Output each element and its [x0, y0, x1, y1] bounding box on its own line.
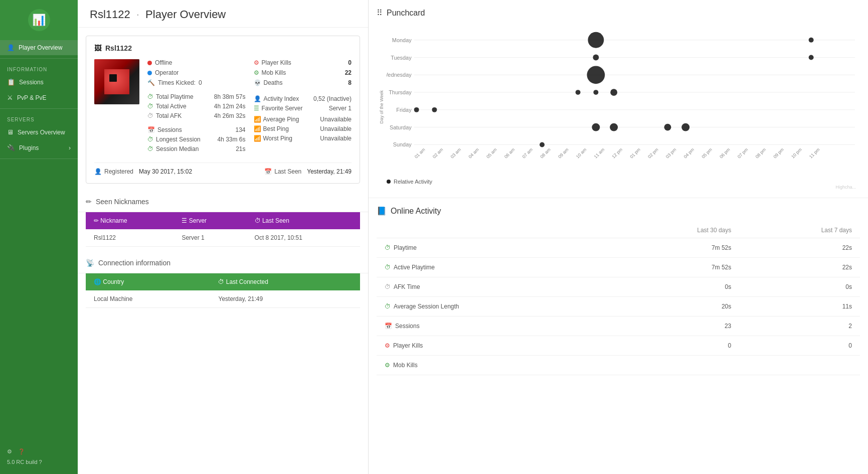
legend-dot [387, 180, 391, 184]
sidebar-item-player-overview[interactable]: 👤 Player Overview [0, 40, 78, 55]
time-stats: ⏱ Total Playtime 8h 38m 57s ⏱ Total Acti… [147, 93, 246, 119]
svg-text:05 am: 05 am [485, 147, 498, 160]
punchcard-title: ⠿ Punchcard [377, 8, 860, 18]
kicks-value: 0 [199, 79, 202, 86]
svg-text:Thursday: Thursday [389, 89, 412, 95]
player-kills-icon: ⚙ [254, 59, 259, 66]
svg-text:06 pm: 06 pm [719, 147, 731, 160]
player-card-username: Rsl1122 [105, 44, 132, 52]
status-row: Offline [147, 59, 246, 66]
player-kills-value: 0 [348, 59, 352, 66]
country-cell: Local Machine [86, 290, 210, 308]
sidebar-item-servers-overview[interactable]: 🖥 Servers Overview [0, 124, 78, 140]
longest-session-value: 4h 33m 6s [217, 136, 245, 143]
sidebar-divider-2 [0, 108, 78, 109]
sidebar-item-plugins[interactable]: 🔌 Plugins › [0, 140, 78, 155]
server-cell: Server 1 [173, 229, 246, 247]
svg-point-41 [587, 66, 605, 84]
punchcard-label: Punchcard [387, 9, 425, 18]
svg-text:Wednesday: Wednesday [387, 72, 412, 78]
sidebar: 📊 👤 Player Overview INFORMATION 📋 Sessio… [0, 0, 78, 474]
worst-ping-label: Worst Ping [263, 135, 292, 142]
svg-text:01 pm: 01 pm [629, 147, 641, 160]
worst-ping-value: Unavailable [320, 135, 352, 142]
oa-mob-kills-icon: ⚙ [385, 362, 390, 369]
sidebar-divider-1 [0, 58, 78, 59]
svg-text:Friday: Friday [396, 107, 412, 113]
oa-val-avg-session-30: 20s [610, 297, 739, 317]
settings-icon[interactable]: ⚙ [7, 448, 12, 455]
active-icon: ⏱ [147, 103, 153, 110]
svg-point-46 [432, 107, 437, 112]
oa-sessions-icon: 📅 [385, 323, 392, 330]
oa-label-active: ⏱ Active Playtime [377, 258, 610, 277]
svg-text:10 am: 10 am [575, 147, 588, 160]
session-median-label: Session Median [156, 145, 199, 152]
svg-text:11 am: 11 am [593, 147, 606, 160]
svg-text:08 pm: 08 pm [755, 147, 767, 160]
svg-point-39 [593, 55, 599, 61]
connection-icon: 📡 [86, 259, 94, 267]
avg-ping-row: 📶 Average Ping Unavailable [254, 116, 352, 123]
last-seen-value: Yesterday, 21:49 [307, 168, 352, 175]
player-card: 🖼 Rsl1122 Offline [86, 36, 360, 184]
player-card-body: Offline Operator 🔨 Times Kicked: 0 [94, 59, 352, 157]
avg-ping-icon: 📶 [254, 116, 261, 123]
rank-dot [147, 71, 152, 75]
oa-player-kills-icon: ⚙ [385, 342, 390, 349]
total-playtime-value: 8h 38m 57s [214, 93, 246, 100]
svg-text:07 pm: 07 pm [737, 147, 749, 160]
oa-header-row: Last 30 days Last 7 days [377, 223, 860, 238]
oa-row-active-playtime: ⏱ Active Playtime 7m 52s 22s [377, 258, 860, 277]
mob-kills-value: 22 [345, 69, 352, 76]
worst-ping-icon: 📶 [254, 135, 261, 142]
favorite-server-icon: ☰ [254, 105, 259, 112]
sidebar-logo: 📊 [0, 0, 78, 40]
version-label: 5.0 RC build ? [7, 459, 71, 465]
mob-kills-icon: ⚙ [254, 69, 259, 76]
connection-table: 🌐 Country ⏱ Last Connected [86, 273, 360, 308]
oa-val-active-30: 7m 52s [610, 258, 739, 277]
registered-value: May 30 2017, 15:02 [139, 168, 192, 175]
connection-tbody: Local Machine Yesterday, 21:49 [86, 290, 360, 308]
total-active-label: Total Active [156, 103, 187, 110]
help-icon[interactable]: ❓ [18, 448, 25, 455]
longest-session-icon: ⏱ [147, 136, 153, 143]
sessions-stat-icon: 📅 [147, 126, 155, 133]
oa-label-avg-session: ⏱ Average Session Length [377, 297, 610, 316]
oa-active-icon: ⏱ [385, 264, 391, 271]
sidebar-item-sessions[interactable]: 📋 Sessions [0, 74, 78, 90]
sidebar-item-pvp[interactable]: ⚔ PvP & PvE [0, 90, 78, 105]
player-kills-row: ⚙ Player Kills 0 [254, 59, 352, 66]
oa-row-playtime: ⏱ Playtime 7m 52s 22s [377, 238, 860, 258]
section-label-servers: SERVERS [0, 112, 78, 124]
connection-title: Connection information [98, 259, 170, 267]
svg-point-42 [576, 90, 581, 95]
plugins-label: Plugins [19, 144, 39, 151]
main-content: Rsl1122 · Player Overview 🖼 Rsl1122 [78, 0, 868, 474]
kicks-label: Times Kicked: [158, 79, 196, 86]
oa-label-mob-kills: ⚙ Mob Kills [377, 356, 610, 375]
pvp-icon: ⚔ [7, 94, 13, 101]
oa-label-afk: ⏱ AFK Time [377, 277, 610, 296]
oa-val-afk-30: 0s [610, 277, 739, 297]
punchcard-svg: Monday Tuesday Wednesday Thursday Friday… [387, 25, 860, 175]
svg-text:07 am: 07 am [522, 147, 534, 160]
session-stats: 📅 Sessions 134 ⏱ Longest Session [147, 126, 246, 152]
nicknames-tbody: Rsl1122 Server 1 Oct 8 2017, 10:51 [86, 229, 360, 247]
svg-point-51 [540, 142, 545, 147]
right-panel: ⠿ Punchcard Day of the Week Monday [369, 0, 868, 474]
punchcard-chart: Monday Tuesday Wednesday Thursday Friday… [387, 25, 860, 190]
oa-val-player-kills-30: 0 [610, 336, 739, 356]
country-col: 🌐 Country [86, 273, 210, 290]
svg-point-40 [809, 55, 814, 60]
ping-section: 📶 Average Ping Unavailable 📶 Best Ping [254, 116, 352, 142]
section-label-information: INFORMATION [0, 62, 78, 74]
page-title-player: Rsl1122 [90, 8, 130, 21]
content-area: Rsl1122 · Player Overview 🖼 Rsl1122 [78, 0, 868, 474]
oa-row-afk: ⏱ AFK Time 0s 0s [377, 277, 860, 297]
nicknames-col-nickname: ✏ Nickname [86, 212, 173, 229]
servers-icon: 🖥 [7, 128, 14, 136]
player-card-icon: 🖼 [94, 44, 101, 52]
oa-label-playtime: ⏱ Playtime [377, 238, 610, 257]
